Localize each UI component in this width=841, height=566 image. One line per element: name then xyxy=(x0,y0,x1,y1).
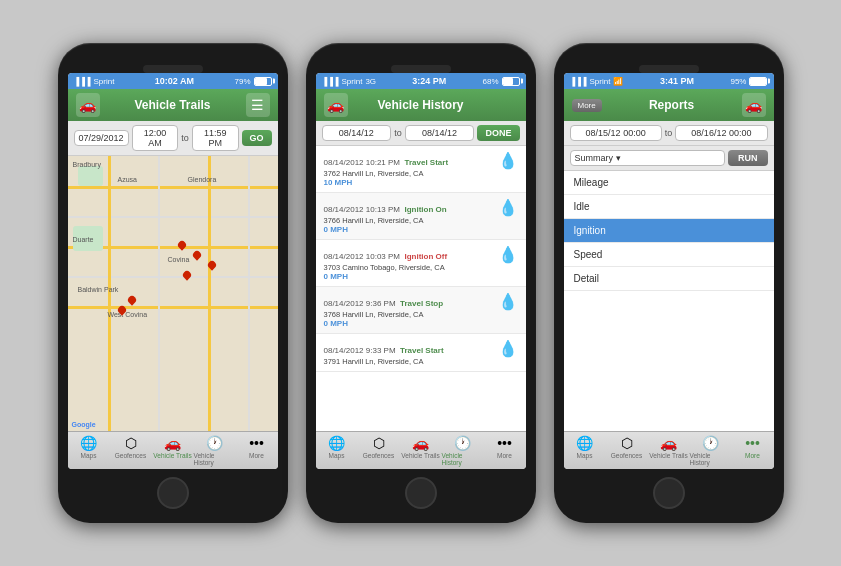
tab-geofences-3[interactable]: ⬡ Geofences xyxy=(606,435,648,466)
go-button-1[interactable]: GO xyxy=(242,130,272,146)
geofences-icon-2: ⬡ xyxy=(373,435,385,451)
report-item-idle[interactable]: Idle xyxy=(564,195,774,219)
tab-geofences-2[interactable]: ⬡ Geofences xyxy=(358,435,400,466)
history-address-1: 3766 Harvill Ln, Riverside, CA xyxy=(324,216,447,225)
tab-bar-3: 🌐 Maps ⬡ Geofences 🚗 Vehicle Trails 🕐 Ve… xyxy=(564,431,774,469)
report-list: Mileage Idle Ignition Speed Detail xyxy=(564,171,774,431)
history-speed-3: 0 MPH xyxy=(324,319,444,328)
tab-geofences-1[interactable]: ⬡ Geofences xyxy=(110,435,152,466)
tab-label-more-2: More xyxy=(497,452,512,459)
history-item-3[interactable]: 08/14/2012 9:36 PM Travel Stop 3768 Harv… xyxy=(316,287,526,334)
report-item-label-idle: Idle xyxy=(574,201,590,212)
tab-vehicletrails-1[interactable]: 🚗 Vehicle Trails xyxy=(152,435,194,466)
map-label-azusa: Azusa xyxy=(118,176,137,183)
road-v1 xyxy=(108,156,111,431)
network-type-2: 3G xyxy=(365,77,376,86)
road-v4 xyxy=(248,156,250,431)
tab-label-geofences-3: Geofences xyxy=(611,452,642,459)
map-label-duarte: Duarte xyxy=(73,236,94,243)
road-h1 xyxy=(68,186,278,189)
tab-vehicletrails-3[interactable]: 🚗 Vehicle Trails xyxy=(648,435,690,466)
history-icon-3: 💧 xyxy=(498,292,518,311)
home-button-3[interactable] xyxy=(653,477,685,509)
tab-vehicletrails-2[interactable]: 🚗 Vehicle Trails xyxy=(400,435,442,466)
battery-pct: 79% xyxy=(234,77,250,86)
history-address-2: 3703 Camino Tobago, Riverside, CA xyxy=(324,263,448,272)
car-icon[interactable]: 🚗 xyxy=(76,93,100,117)
history-item-4[interactable]: 08/14/2012 9:33 PM Travel Start 3791 Har… xyxy=(316,334,526,372)
battery-fill-3 xyxy=(750,78,765,85)
tab-more-2[interactable]: ••• More xyxy=(484,435,526,466)
time-display-3: 3:41 PM xyxy=(660,76,694,86)
tab-maps-3[interactable]: 🌐 Maps xyxy=(564,435,606,466)
done-button-2[interactable]: DONE xyxy=(477,125,519,141)
from-time-1[interactable]: 12:00 AM xyxy=(132,125,179,151)
report-item-label-mileage: Mileage xyxy=(574,177,609,188)
history-event-2: Ignition Off xyxy=(404,252,447,261)
tab-more-1[interactable]: ••• More xyxy=(236,435,278,466)
geofences-icon-3: ⬡ xyxy=(621,435,633,451)
from-date-2[interactable]: 08/14/12 xyxy=(322,125,392,141)
tab-bar-1: 🌐 Maps ⬡ Geofences 🚗 Vehicle Trails 🕐 Ve… xyxy=(68,431,278,469)
history-item-0[interactable]: 08/14/2012 10:21 PM Travel Start 3762 Ha… xyxy=(316,146,526,193)
tab-label-geofences-1: Geofences xyxy=(115,452,146,459)
tab-vehiclehistory-2[interactable]: 🕐 Vehicle History xyxy=(442,435,484,466)
history-list: 08/14/2012 10:21 PM Travel Start 3762 Ha… xyxy=(316,146,526,431)
from-date-3[interactable]: 08/15/12 00:00 xyxy=(570,125,662,141)
report-item-speed[interactable]: Speed xyxy=(564,243,774,267)
history-speed-0: 10 MPH xyxy=(324,178,449,187)
tab-label-maps-2: Maps xyxy=(329,452,345,459)
tab-more-3[interactable]: ••• More xyxy=(732,435,774,466)
time-display: 10:02 AM xyxy=(155,76,194,86)
battery-pct-3: 95% xyxy=(730,77,746,86)
report-item-ignition[interactable]: Ignition xyxy=(564,219,774,243)
tab-label-maps-1: Maps xyxy=(81,452,97,459)
vehiclehistory-icon-1: 🕐 xyxy=(206,435,223,451)
tab-maps-2[interactable]: 🌐 Maps xyxy=(316,435,358,466)
vehicletrails-icon-3: 🚗 xyxy=(660,435,677,451)
tab-vehiclehistory-1[interactable]: 🕐 Vehicle History xyxy=(194,435,236,466)
history-item-2[interactable]: 08/14/2012 10:03 PM Ignition Off 3703 Ca… xyxy=(316,240,526,287)
from-date-1[interactable]: 07/29/2012 xyxy=(74,130,129,146)
battery-icon-3 xyxy=(749,77,767,86)
car-icon-2[interactable]: 🚗 xyxy=(324,93,348,117)
battery-fill xyxy=(255,78,268,85)
to-label-2: to xyxy=(394,128,402,138)
maps-icon-3: 🌐 xyxy=(576,435,593,451)
more-icon-1: ••• xyxy=(249,435,264,451)
google-logo: Google xyxy=(72,421,96,428)
status-bar-1: ▐▐▐ Sprint 10:02 AM 79% xyxy=(68,73,278,89)
list-icon[interactable]: ☰ xyxy=(246,93,270,117)
more-button-3[interactable]: More xyxy=(572,99,602,112)
signal-icon: ▐▐▐ xyxy=(74,77,91,86)
to-date-2[interactable]: 08/14/12 xyxy=(405,125,475,141)
report-item-mileage[interactable]: Mileage xyxy=(564,171,774,195)
more-icon-2: ••• xyxy=(497,435,512,451)
report-item-label-detail: Detail xyxy=(574,273,600,284)
report-select-value: Summary xyxy=(575,153,614,163)
run-button[interactable]: RUN xyxy=(728,150,768,166)
screen-3: ▐▐▐ Sprint 📶 3:41 PM 95% More Reports 🚗 xyxy=(564,73,774,469)
to-time-1[interactable]: 11:59 PM xyxy=(192,125,239,151)
home-button-1[interactable] xyxy=(157,477,189,509)
tab-label-more-3: More xyxy=(745,452,760,459)
nav-bar-3: More Reports 🚗 xyxy=(564,89,774,121)
history-item-1[interactable]: 08/14/2012 10:13 PM Ignition On 3766 Har… xyxy=(316,193,526,240)
history-icon-0: 💧 xyxy=(498,151,518,170)
report-item-detail[interactable]: Detail xyxy=(564,267,774,291)
tab-vehiclehistory-3[interactable]: 🕐 Vehicle History xyxy=(690,435,732,466)
tab-maps-1[interactable]: 🌐 Maps xyxy=(68,435,110,466)
tab-label-vehiclehistory-2: Vehicle History xyxy=(442,452,484,466)
to-date-3[interactable]: 08/16/12 00:00 xyxy=(675,125,767,141)
history-date-0: 08/14/2012 10:21 PM xyxy=(324,158,401,167)
map-label-glendora: Glendora xyxy=(188,176,217,183)
map-pin-2 xyxy=(191,249,202,260)
carrier-name: Sprint xyxy=(94,77,115,86)
to-label-3: to xyxy=(665,128,673,138)
home-button-2[interactable] xyxy=(405,477,437,509)
report-select-dropdown[interactable]: Summary ▾ xyxy=(570,150,726,166)
battery-pct-2: 68% xyxy=(482,77,498,86)
signal-icon-3: ▐▐▐ xyxy=(570,77,587,86)
nav-title-2: Vehicle History xyxy=(348,98,494,112)
car-icon-3[interactable]: 🚗 xyxy=(742,93,766,117)
